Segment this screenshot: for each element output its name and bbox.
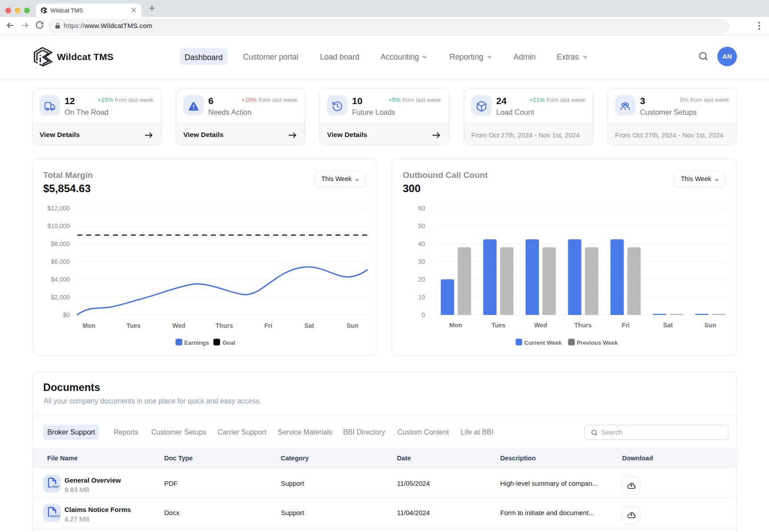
svg-text:Earnings: Earnings: [184, 339, 209, 346]
svg-text:Tues: Tues: [491, 322, 506, 329]
svg-text:PDF: PDF: [52, 485, 59, 489]
svg-text:50: 50: [418, 222, 425, 230]
svg-text:Fri: Fri: [264, 322, 272, 329]
svg-text:Mon: Mon: [83, 322, 96, 329]
svg-text:$12,000: $12,000: [47, 205, 70, 212]
svg-text:Sat: Sat: [663, 322, 673, 329]
svg-text:30: 30: [418, 258, 425, 265]
svg-text:$10,000: $10,000: [47, 222, 70, 230]
svg-text:10: 10: [418, 294, 425, 301]
svg-text:$0: $0: [63, 311, 70, 318]
svg-text:$2,000: $2,000: [51, 294, 70, 301]
svg-text:Tues: Tues: [126, 322, 141, 329]
svg-text:Wed: Wed: [172, 322, 185, 329]
svg-text:$4,000: $4,000: [51, 276, 70, 283]
svg-text:60: 60: [418, 205, 425, 212]
svg-text:$8,000: $8,000: [51, 240, 70, 247]
svg-text:Sat: Sat: [304, 322, 314, 329]
svg-text:Sun: Sun: [347, 322, 358, 329]
svg-text:Thurs: Thurs: [575, 322, 592, 329]
svg-text:40: 40: [418, 240, 425, 247]
svg-text:Goal: Goal: [223, 339, 235, 346]
svg-text:Wed: Wed: [534, 322, 547, 329]
svg-text:0: 0: [421, 311, 425, 318]
svg-text:Previous Week: Previous Week: [577, 339, 618, 346]
svg-text:DOCX: DOCX: [50, 514, 60, 518]
svg-text:Thurs: Thurs: [216, 322, 233, 329]
svg-text:Fri: Fri: [622, 322, 630, 329]
svg-text:$6,000: $6,000: [51, 258, 70, 265]
svg-text:Sun: Sun: [704, 322, 716, 329]
svg-text:Mon: Mon: [449, 322, 462, 329]
svg-text:20: 20: [418, 276, 425, 283]
svg-text:Current Week: Current Week: [524, 339, 562, 346]
